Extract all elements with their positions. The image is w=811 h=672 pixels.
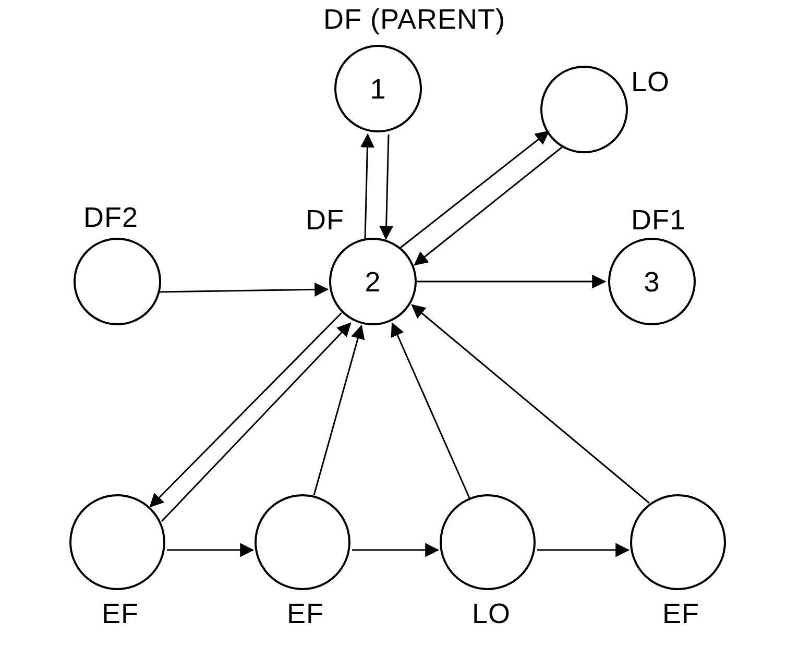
edge-lo-top-to-2 — [415, 147, 562, 265]
node-df1-id: 3 — [644, 266, 660, 297]
edge-lo-b-to-2 — [392, 323, 469, 498]
edge-2-to-lo-top — [401, 131, 549, 248]
node-lo-top: LO — [541, 66, 670, 152]
node-lo-b-label: LO — [472, 597, 511, 629]
node-ef-b2-label: EF — [287, 597, 324, 629]
node-df-parent-id: 1 — [370, 73, 386, 104]
node-lo-bottom: LO — [441, 495, 535, 629]
node-ef-bottom-left: EF — [70, 495, 164, 629]
node-ef-bottom-2: EF — [256, 495, 349, 629]
edge-1-to-2 — [386, 135, 389, 239]
svg-point-1 — [541, 67, 627, 152]
node-df1: 3 DF1 — [609, 204, 695, 324]
edge-ef-b2-to-2 — [314, 326, 361, 495]
node-df1-label: DF1 — [631, 204, 686, 235]
edge-ef-br-to-2 — [412, 305, 649, 503]
node-lo-top-label: LO — [631, 66, 670, 97]
node-df-center: 2 DF — [306, 204, 416, 324]
svg-point-7 — [441, 495, 535, 589]
svg-point-5 — [70, 495, 164, 589]
node-df-parent-label: DF (PARENT) — [323, 3, 505, 34]
node-df-parent: 1 DF (PARENT) — [323, 3, 505, 131]
svg-point-6 — [256, 495, 349, 589]
svg-point-4 — [75, 239, 160, 324]
node-df2-label: DF2 — [83, 201, 138, 233]
edge-ef-bl-to-2 — [162, 323, 350, 521]
edge-2-to-1 — [365, 135, 368, 239]
node-df-center-id: 2 — [365, 266, 381, 297]
node-ef-bl-label: EF — [102, 597, 139, 629]
node-ef-br-label: EF — [662, 597, 699, 629]
graph-diagram: 1 DF (PARENT) LO 2 DF 3 DF1 DF2 EF EF LO… — [0, 0, 811, 672]
svg-point-8 — [631, 495, 725, 589]
node-ef-bottom-right: EF — [631, 495, 725, 629]
edge-df2-to-2 — [159, 289, 328, 292]
node-df-center-label: DF — [306, 204, 344, 235]
node-df2: DF2 — [75, 201, 160, 324]
edge-2-to-ef-bl — [150, 313, 342, 507]
